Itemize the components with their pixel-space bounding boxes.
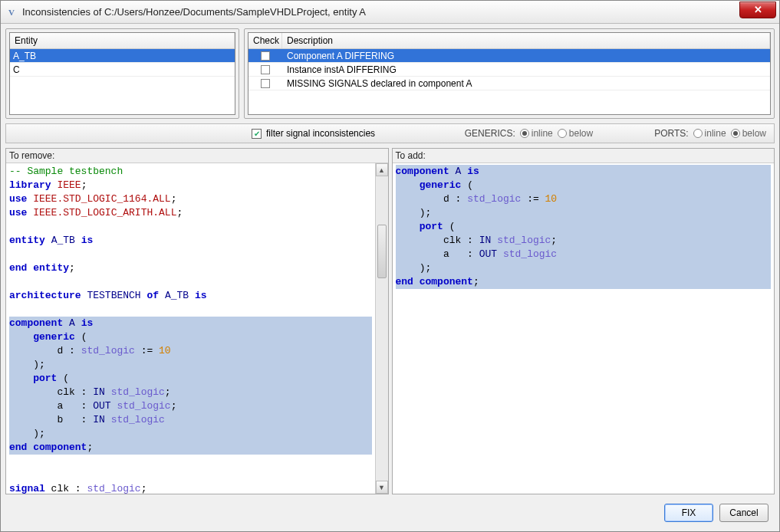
check-row-checkbox[interactable]: [261, 79, 270, 88]
generics-inline-radio[interactable]: inline: [520, 128, 553, 139]
remove-pane-title: To remove:: [6, 149, 388, 163]
radio-text: inline: [705, 128, 726, 139]
radio-icon: [558, 129, 567, 138]
check-row[interactable]: Component A DIFFERING: [248, 49, 770, 63]
close-button[interactable]: ✕: [739, 2, 776, 18]
add-pane: To add: component A is generic ( d : std…: [392, 148, 775, 494]
generics-below-radio[interactable]: below: [558, 128, 593, 139]
scroll-down-icon[interactable]: ▼: [376, 481, 388, 494]
add-code-view[interactable]: component A is generic ( d : std_logic :…: [393, 163, 775, 494]
ports-label: PORTS:: [654, 128, 688, 139]
dialog-content: Entity A_TB C Check Description: [1, 24, 779, 531]
check-row-desc: Instance instA DIFFERING: [282, 64, 770, 75]
check-row-desc: MISSING SIGNALS declared in component A: [282, 78, 770, 89]
entity-panel: Entity A_TB C: [5, 28, 239, 119]
check-row[interactable]: MISSING SIGNALS declared in component A: [248, 77, 770, 90]
remove-code-view[interactable]: -- Sample testbench library IEEE; use IE…: [6, 163, 375, 494]
filter-bar: filter signal inconsistencies GENERICS: …: [5, 123, 775, 143]
inconsistencies-dialog: V Inconsistencies of C:/Users/Honzee/Doc…: [0, 0, 780, 532]
radio-text: below: [569, 128, 593, 139]
filter-checkbox[interactable]: [252, 129, 262, 139]
radio-text: inline: [532, 128, 553, 139]
check-row[interactable]: Instance instA DIFFERING: [248, 63, 770, 77]
scroll-thumb[interactable]: [377, 225, 387, 278]
check-row-desc: Component A DIFFERING: [282, 51, 770, 61]
entity-row[interactable]: C: [10, 63, 235, 77]
scroll-up-icon[interactable]: ▲: [376, 163, 388, 176]
fix-button[interactable]: FIX: [664, 504, 713, 522]
app-icon: V: [5, 6, 18, 18]
checks-list[interactable]: Check Description Component A DIFFERING …: [248, 32, 771, 115]
remove-pane: To remove: -- Sample testbench library I…: [5, 148, 389, 494]
checks-header-check: Check: [248, 33, 282, 48]
checks-header-desc: Description: [282, 33, 770, 48]
titlebar: V Inconsistencies of C:/Users/Honzee/Doc…: [1, 1, 779, 24]
button-bar: FIX Cancel: [5, 499, 775, 527]
cancel-button[interactable]: Cancel: [719, 504, 768, 522]
filter-label: filter signal inconsistencies: [266, 128, 375, 139]
window-title: Inconsistencies of C:/Users/Honzee/Docum…: [22, 6, 739, 18]
ports-inline-radio[interactable]: inline: [693, 128, 726, 139]
cancel-button-label: Cancel: [729, 507, 758, 518]
radio-text: below: [742, 128, 766, 139]
top-panels: Entity A_TB C Check Description: [5, 28, 775, 119]
radio-icon: [693, 129, 703, 138]
entity-list[interactable]: Entity A_TB C: [9, 32, 235, 115]
close-icon: ✕: [754, 4, 762, 15]
remove-scrollbar[interactable]: ▲ ▼: [375, 163, 388, 494]
add-code-text: component A is generic ( d : std_logic :…: [393, 163, 775, 297]
generics-label: GENERICS:: [465, 128, 515, 139]
fix-button-label: FIX: [682, 507, 696, 518]
code-split: To remove: -- Sample testbench library I…: [5, 148, 775, 494]
checks-panel: Check Description Component A DIFFERING …: [244, 28, 775, 119]
add-pane-title: To add:: [393, 149, 775, 163]
ports-below-radio[interactable]: below: [731, 128, 766, 139]
entity-header-col: Entity: [10, 33, 235, 48]
remove-code-text: -- Sample testbench library IEEE; use IE…: [6, 163, 375, 494]
entity-row[interactable]: A_TB: [10, 49, 235, 63]
entity-row-label: A_TB: [10, 51, 235, 61]
check-row-checkbox[interactable]: [261, 51, 270, 61]
radio-icon: [520, 129, 529, 138]
check-row-checkbox[interactable]: [261, 65, 270, 74]
entity-list-header: Entity: [10, 33, 235, 49]
checks-list-header: Check Description: [248, 33, 770, 49]
entity-row-label: C: [10, 64, 235, 75]
radio-icon: [731, 129, 740, 138]
